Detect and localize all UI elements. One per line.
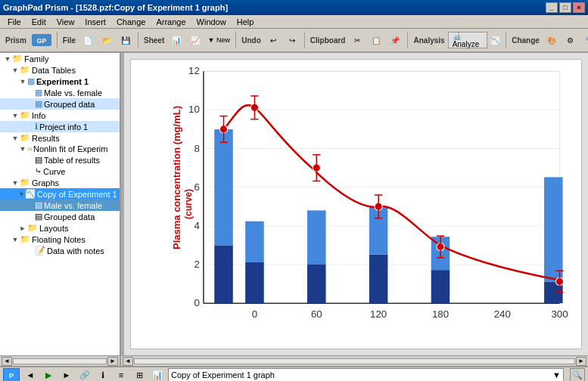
tb-cut-btn[interactable]: ✂: [348, 32, 366, 48]
menu-view[interactable]: View: [52, 17, 79, 27]
tb-change1-btn[interactable]: 🎨: [543, 32, 561, 48]
expander-graphs: ▼: [11, 179, 20, 187]
nav-prev-btn[interactable]: ◄: [23, 368, 38, 381]
tb-analysis-label: Analysis: [411, 36, 446, 45]
close-button[interactable]: ×: [573, 2, 585, 13]
tb-file-label: File: [61, 36, 78, 45]
folder-icon-graphs: 📁: [20, 178, 30, 187]
zoom-btn[interactable]: 🔍: [570, 368, 585, 381]
tree-item-results[interactable]: ▼ 📁 Results: [0, 132, 120, 144]
tree-item-info[interactable]: ▼ 📁 Info: [0, 110, 120, 121]
tb-section-change: Change 🎨 ⚙ 🔧: [509, 32, 588, 48]
status-chart-btn[interactable]: 📊: [150, 368, 165, 381]
tree-item-copy-exp1[interactable]: ▼ 📉 Copy of Experiment 1 g: [0, 188, 120, 200]
scroll-left-btn[interactable]: ◄: [2, 357, 12, 366]
tb-new-button[interactable]: 📄: [79, 32, 97, 48]
tree-item-graphs[interactable]: ▼ 📁 Graphs: [0, 177, 120, 188]
svg-text:120: 120: [370, 308, 387, 320]
tree-item-table-results[interactable]: ▤ Table of results: [0, 154, 120, 166]
tree-label-male-female-2: Male vs. female: [44, 201, 102, 210]
tb-analyze-btn[interactable]: 🔬 Analyze: [448, 32, 487, 48]
graph-name-text: Copy of Experiment 1 graph: [171, 370, 275, 379]
tb-section-clipboard: Clipboard ✂ 📋 📌: [308, 32, 409, 48]
nav-next-btn[interactable]: ►: [59, 368, 74, 381]
tree-item-male-female-2[interactable]: ▤ Male vs. female: [0, 200, 120, 211]
tb-new-sheet-btn[interactable]: ▼ New: [205, 32, 232, 48]
status-grid-btn[interactable]: ⊞: [132, 368, 147, 381]
graph-name-dropdown[interactable]: Copy of Experiment 1 graph ▼: [168, 368, 564, 381]
tree-label-experiment1: Experiment 1: [36, 77, 89, 86]
tree-label-family: Family: [24, 54, 48, 64]
tree-item-floating-notes[interactable]: ▼ 📁 Floating Notes: [0, 234, 120, 245]
menu-help[interactable]: Help: [232, 17, 259, 27]
tb-redo-btn[interactable]: ↪: [283, 32, 301, 48]
tree-item-experiment1[interactable]: ▼ ▦ Experiment 1: [0, 76, 120, 87]
status-info-btn[interactable]: ℹ: [95, 368, 110, 381]
tree-item-layouts[interactable]: ► 📁 Layouts: [0, 222, 120, 234]
sub-icon-1: ▦: [35, 88, 42, 98]
minimize-button[interactable]: _: [546, 2, 558, 13]
menu-file[interactable]: File: [3, 17, 26, 27]
menu-arrange[interactable]: Arrange: [151, 17, 190, 27]
tb-change2-btn[interactable]: ⚙: [562, 32, 580, 48]
menu-edit[interactable]: Edit: [27, 17, 51, 27]
tree-item-male-female-1[interactable]: ▦ Male vs. female: [0, 87, 120, 98]
tb-save-button[interactable]: 💾: [117, 32, 135, 48]
menu-bar: File Edit View Insert Change Arrange Win…: [0, 15, 588, 29]
tree-label-data-notes: Data with notes: [47, 246, 104, 256]
tree-item-data-notes[interactable]: 📝 Data with notes: [0, 245, 120, 256]
tb-sheet2-btn[interactable]: 📈: [186, 32, 204, 48]
menu-insert[interactable]: Insert: [80, 17, 110, 27]
sub-icon-2: ▦: [35, 99, 42, 109]
tb-open-button[interactable]: 📂: [98, 32, 116, 48]
tb-prism-icon[interactable]: GP: [30, 32, 54, 48]
tb-section-undo: Undo ↩ ↪: [239, 32, 305, 48]
tb-copy-btn[interactable]: 📋: [367, 32, 385, 48]
chart-container: Plasma concentration (mg/mL)(curve): [130, 59, 582, 349]
svg-text:240: 240: [494, 308, 511, 320]
folder-icon-family: 📁: [12, 54, 23, 64]
menu-change[interactable]: Change: [112, 17, 151, 27]
expander-copy-exp1: ▼: [18, 190, 25, 198]
folder-icon-data-tables: 📁: [20, 65, 30, 75]
svg-text:6: 6: [194, 181, 199, 193]
tree-item-data-tables[interactable]: ▼ 📁 Data Tables: [0, 64, 120, 76]
status-list-btn[interactable]: ≡: [114, 368, 129, 381]
tree-item-grouped-data-2[interactable]: ▤ Grouped data: [0, 211, 120, 222]
tree-label-info: Info: [32, 111, 45, 120]
menu-window[interactable]: Window: [192, 17, 231, 27]
note-icon: 📝: [35, 246, 45, 256]
maximize-button[interactable]: □: [559, 2, 571, 13]
tree-item-project-info[interactable]: ℹ Project info 1: [0, 121, 120, 132]
nav-play-btn[interactable]: ▶: [41, 368, 56, 381]
content-row: ▼ 📁 Family ▼ 📁 Data Tables ▼ ▦ Experimen…: [0, 53, 588, 355]
scroll-track-left: [13, 358, 107, 364]
scroll-chart-track: [134, 358, 575, 364]
title-bar-buttons: _ □ ×: [546, 2, 585, 13]
scroll-chart-right-btn[interactable]: ►: [576, 357, 586, 366]
tb-change3-btn[interactable]: 🔧: [580, 32, 588, 48]
svg-text:GP: GP: [36, 37, 46, 45]
svg-text:0: 0: [252, 308, 257, 320]
tree-item-grouped-data[interactable]: ▦ Grouped data: [0, 98, 120, 110]
status-link-btn[interactable]: 🔗: [77, 368, 92, 381]
tree-item-nonlin[interactable]: ▼ ≈ Nonlin fit of Experim: [0, 144, 120, 154]
tb-undo-btn[interactable]: ↩: [264, 32, 282, 48]
expander-floating: ▼: [11, 236, 20, 243]
tb-paste-btn[interactable]: 📌: [386, 32, 404, 48]
scroll-chart-left-btn[interactable]: ◄: [123, 357, 133, 366]
bar-dark-4: [369, 255, 388, 303]
tree-item-curve[interactable]: ⤷ Curve: [0, 166, 120, 177]
bar-light-3: [307, 210, 326, 265]
tree-label-copy-exp1: Copy of Experiment 1 g: [37, 190, 121, 199]
chart-svg: 0 2 4 6 8 10 12 0 60 120 180 240 300: [173, 64, 575, 342]
chart-area: Plasma concentration (mg/mL)(curve): [124, 53, 588, 355]
tb-sheet1-btn[interactable]: 📊: [167, 32, 185, 48]
folder-icon-results: 📁: [20, 133, 30, 143]
tree-label-results: Results: [32, 134, 60, 143]
status-icon-btn[interactable]: P: [3, 368, 20, 381]
tb-analyze2-btn[interactable]: 📉: [488, 32, 503, 48]
tree-item-family[interactable]: ▼ 📁 Family: [0, 53, 120, 64]
left-panel-scrollbar: ◄ ►: [0, 356, 121, 366]
scroll-right-btn[interactable]: ►: [107, 357, 118, 366]
